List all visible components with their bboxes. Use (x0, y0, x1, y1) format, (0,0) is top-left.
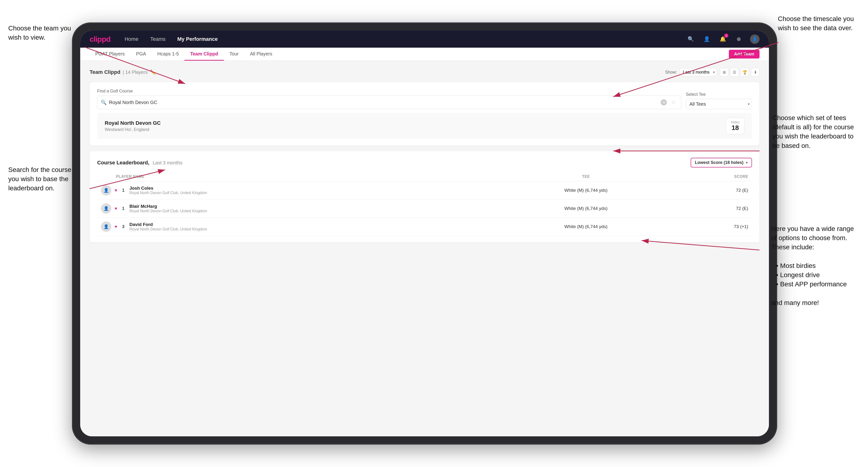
trophy-view-btn[interactable]: 🏆 (741, 68, 749, 76)
player-cell-inner-2: 👤 ♥ 1 Blair McHarg Royal North Devon Gol… (101, 203, 493, 214)
list-view-btn[interactable]: ☰ (730, 68, 739, 76)
player-club-2: Royal North Devon Golf Club, United King… (129, 209, 207, 213)
sub-nav-pga[interactable]: PGA (130, 48, 152, 61)
leaderboard-card: Course Leaderboard, Last 3 months Lowest… (90, 151, 760, 243)
table-row: 👤 ♥ 1 Blair McHarg Royal North Devon Gol… (97, 199, 752, 218)
player-avatar-3: 👤 (101, 221, 111, 232)
grid-view-btn[interactable]: ⊞ (720, 68, 728, 76)
holes-value: 18 (732, 124, 739, 131)
tee-cell-3: White (M) (6,744 yds) (497, 218, 675, 236)
tee-select-wrapper: All Tees White (M) Yellow (M) Red (L) (686, 99, 752, 109)
favorite-icon-3[interactable]: ♥ (115, 224, 117, 229)
show-select[interactable]: Last 3 months Last month Last 6 months L… (680, 68, 717, 76)
favorite-btn[interactable]: ☆ (669, 98, 678, 106)
player-name-3: David Ford (129, 222, 207, 227)
search-input-wrap: 🔍 ✕ ☆ (97, 96, 681, 109)
favorite-icon-2[interactable]: ♥ (115, 206, 117, 211)
score-cell-2: 72 (E) (675, 199, 752, 218)
course-result-name: Royal North Devon GC (105, 120, 161, 126)
player-avatar-2: 👤 (101, 203, 111, 214)
nav-teams[interactable]: Teams (150, 36, 165, 42)
download-btn[interactable]: ⬇ (751, 68, 760, 76)
course-result: Royal North Devon GC Westward Ho!, Engla… (97, 113, 752, 139)
player-club-1: Royal North Devon Golf Club, United King… (129, 191, 207, 195)
nav-icons: 🔍 👤 🔔 1 ⊕ 👤 (686, 34, 760, 44)
course-info: Royal North Devon GC Westward Ho!, Engla… (105, 120, 161, 132)
avatar[interactable]: 👤 (750, 34, 760, 44)
nav-home[interactable]: Home (125, 36, 138, 42)
favorite-icon-1[interactable]: ♥ (115, 188, 117, 193)
score-cell-1: 72 (E) (675, 181, 752, 199)
leaderboard-table: PLAYER NAME TEE SCORE 👤 ♥ (97, 172, 752, 236)
team-name: Team Clippd (90, 69, 120, 75)
player-name-2: Blair McHarg (129, 204, 207, 209)
sub-nav-pgat[interactable]: PGAT Players (90, 48, 130, 61)
clear-search-btn[interactable]: ✕ (661, 99, 667, 105)
view-icons: ⊞ ☰ 🏆 ⬇ (720, 68, 760, 76)
col-tee: TEE (497, 172, 675, 181)
annotation-middle-right: Choose which set of tees(default is all)… (772, 113, 854, 150)
notifications-wrapper: 🔔 1 (718, 34, 727, 44)
col-score: SCORE (675, 172, 752, 181)
main-content: Team Clippd | 14 Players ✏️ Show: Last 3… (80, 61, 769, 436)
nav-my-performance[interactable]: My Performance (177, 36, 218, 42)
player-rank-2: 1 (121, 206, 126, 211)
notification-badge: 1 (724, 33, 728, 38)
profile-icon-btn[interactable]: 👤 (702, 34, 711, 44)
nav-bar: clippd Home Teams My Performance 🔍 👤 🔔 1… (80, 31, 769, 48)
score-cell-3: 73 (+1) (675, 218, 752, 236)
player-count: | 14 Players (123, 69, 148, 75)
tablet-screen: clippd Home Teams My Performance 🔍 👤 🔔 1… (80, 31, 769, 436)
annotation-bottom-left: Search for the courseyou wish to base th… (8, 165, 71, 193)
player-info-3: David Ford Royal North Devon Golf Club, … (129, 222, 207, 231)
course-search-input[interactable] (109, 100, 658, 105)
sub-nav-hcaps[interactable]: Hcaps 1-5 (152, 48, 184, 61)
find-course-label: Find a Golf Course (97, 89, 681, 94)
nav-links: Home Teams My Performance (125, 36, 686, 42)
search-magnifier-icon: 🔍 (101, 99, 106, 105)
tablet-shell: clippd Home Teams My Performance 🔍 👤 🔔 1… (72, 22, 777, 445)
sub-nav-all-players[interactable]: All Players (244, 48, 278, 61)
annotation-top-left: Choose the team youwish to view. (8, 24, 71, 42)
select-tee-label: Select Tee (686, 92, 752, 97)
holes-badge: Holes 18 (726, 118, 744, 134)
player-avatar-1: 👤 (101, 185, 111, 195)
table-row: 👤 ♥ 3 David Ford Royal North Devon Golf … (97, 218, 752, 236)
player-cell-inner-1: 👤 ♥ 1 Josh Coles Royal North Devon Golf … (101, 185, 493, 195)
player-club-3: Royal North Devon Golf Club, United King… (129, 227, 207, 231)
tee-select[interactable]: All Tees White (M) Yellow (M) Red (L) (686, 99, 752, 109)
search-row: Find a Golf Course 🔍 ✕ ☆ Select Tee Al (97, 89, 752, 109)
table-row: 👤 ♥ 1 Josh Coles Royal North Devon Golf … (97, 181, 752, 199)
annotation-bottom-right: Here you have a wide rangeof options to … (771, 224, 854, 307)
player-cell-inner-3: 👤 ♥ 3 David Ford Royal North Devon Golf … (101, 221, 493, 232)
holes-label: Holes (731, 120, 739, 124)
sub-nav-tour[interactable]: Tour (224, 48, 244, 61)
col-player: PLAYER NAME (97, 172, 497, 181)
player-name-1: Josh Coles (129, 186, 207, 191)
course-search-group: Find a Golf Course 🔍 ✕ ☆ (97, 89, 681, 109)
tee-select-group: Select Tee All Tees White (M) Yellow (M)… (686, 92, 752, 109)
edit-icon[interactable]: ✏️ (150, 69, 156, 75)
app-logo: clippd (90, 35, 111, 44)
tee-cell-1: White (M) (6,744 yds) (497, 181, 675, 199)
add-team-button[interactable]: Add Team (729, 50, 760, 59)
table-header-row: PLAYER NAME TEE SCORE (97, 172, 752, 181)
player-cell-2: 👤 ♥ 1 Blair McHarg Royal North Devon Gol… (97, 199, 497, 218)
sub-nav: PGAT Players PGA Hcaps 1-5 Team Clippd T… (80, 48, 769, 61)
course-result-location: Westward Ho!, England (105, 127, 161, 132)
player-cell-3: 👤 ♥ 3 David Ford Royal North Devon Golf … (97, 218, 497, 236)
score-type-chevron: ▾ (746, 160, 748, 165)
sub-nav-team-clippd[interactable]: Team Clippd (184, 48, 224, 61)
team-title: Team Clippd | 14 Players ✏️ (90, 69, 156, 75)
player-rank-3: 3 (121, 224, 126, 229)
player-cell-1: 👤 ♥ 1 Josh Coles Royal North Devon Golf … (97, 181, 497, 199)
leaderboard-title: Course Leaderboard, Last 3 months (97, 160, 182, 166)
search-card: Find a Golf Course 🔍 ✕ ☆ Select Tee Al (90, 82, 760, 146)
search-icon-btn[interactable]: 🔍 (686, 34, 695, 44)
settings-icon-btn[interactable]: ⊕ (734, 34, 743, 44)
player-info-2: Blair McHarg Royal North Devon Golf Club… (129, 204, 207, 213)
score-type-label: Lowest Score (18 holes) (695, 160, 743, 165)
annotation-top-right: Choose the timescale youwish to see the … (778, 14, 854, 33)
leaderboard-header: Course Leaderboard, Last 3 months Lowest… (97, 158, 752, 167)
score-type-selector[interactable]: Lowest Score (18 holes) ▾ (691, 158, 752, 167)
